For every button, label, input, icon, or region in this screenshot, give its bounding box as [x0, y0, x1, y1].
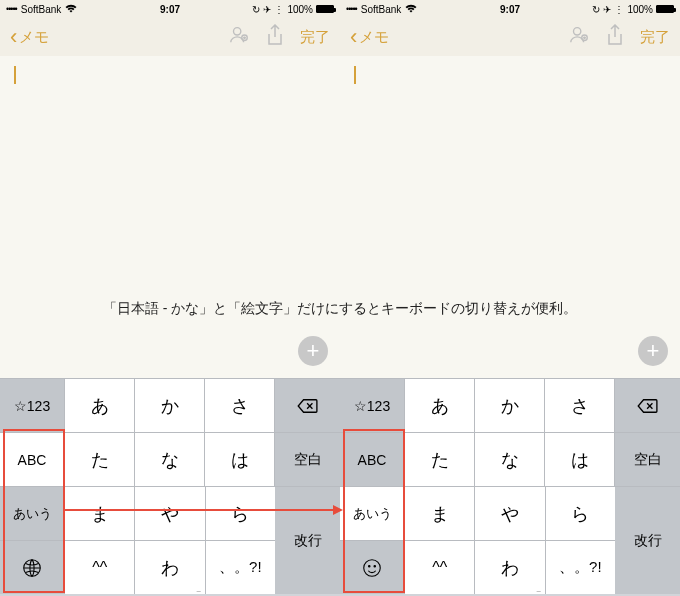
highlight-right: [343, 429, 405, 593]
key-backspace[interactable]: [615, 379, 680, 432]
battery-pct: 100%: [287, 4, 313, 15]
signal-dots: •••••: [346, 4, 357, 14]
key-na[interactable]: な: [135, 433, 205, 486]
chevron-left-icon: ‹: [10, 26, 17, 48]
share-icon[interactable]: [606, 24, 624, 50]
refresh-icon: ↻: [592, 4, 600, 15]
key-ra[interactable]: ら: [546, 487, 615, 540]
svg-marker-9: [333, 505, 343, 515]
key-emo[interactable]: ^^: [405, 541, 475, 594]
done-button[interactable]: 完了: [640, 28, 670, 47]
chevron-left-icon: ‹: [350, 26, 357, 48]
key-punct[interactable]: 、。?!: [546, 541, 615, 594]
svg-point-3: [574, 28, 581, 35]
text-cursor: [354, 66, 356, 84]
key-sa[interactable]: さ: [205, 379, 275, 432]
key-return[interactable]: 改行: [615, 486, 680, 594]
nav-bar: ‹ メモ 完了: [0, 18, 340, 56]
share-icon[interactable]: [266, 24, 284, 50]
add-button[interactable]: +: [638, 336, 668, 366]
back-label: メモ: [359, 28, 389, 47]
nav-bar: ‹ メモ 完了: [340, 18, 680, 56]
key-a[interactable]: あ: [405, 379, 475, 432]
arrow-icon: [65, 505, 343, 515]
highlight-left: [3, 429, 65, 593]
key-num[interactable]: ☆123: [340, 379, 405, 432]
bluetooth-icon: ⋮: [614, 4, 624, 15]
key-backspace[interactable]: [275, 379, 340, 432]
person-add-icon[interactable]: [568, 24, 590, 50]
signal-dots: •••••: [6, 4, 17, 14]
key-ha[interactable]: は: [205, 433, 275, 486]
key-space[interactable]: 空白: [615, 433, 680, 486]
status-bar: ••••• SoftBank 9:07 ↻ ✈ ⋮ 100%: [340, 0, 680, 18]
carrier: SoftBank: [21, 4, 62, 15]
bluetooth-icon: ⋮: [274, 4, 284, 15]
location-icon: ✈: [603, 4, 611, 15]
carrier: SoftBank: [361, 4, 402, 15]
clock: 9:07: [160, 4, 180, 15]
location-icon: ✈: [263, 4, 271, 15]
back-button[interactable]: ‹ メモ: [10, 26, 49, 48]
clock: 9:07: [500, 4, 520, 15]
person-add-icon[interactable]: [228, 24, 250, 50]
text-cursor: [14, 66, 16, 84]
battery-pct: 100%: [627, 4, 653, 15]
back-button[interactable]: ‹ メモ: [350, 26, 389, 48]
key-sa[interactable]: さ: [545, 379, 615, 432]
key-ya[interactable]: や: [475, 487, 545, 540]
key-a[interactable]: あ: [65, 379, 135, 432]
key-return[interactable]: 改行: [275, 486, 340, 594]
key-num[interactable]: ☆123: [0, 379, 65, 432]
key-wa[interactable]: わ_: [135, 541, 205, 594]
battery-icon: [656, 5, 674, 13]
key-emo[interactable]: ^^: [65, 541, 135, 594]
note-editor[interactable]: +: [340, 56, 680, 378]
note-editor[interactable]: +: [0, 56, 340, 378]
key-wa[interactable]: わ_: [475, 541, 545, 594]
done-button[interactable]: 完了: [300, 28, 330, 47]
caption-text: 「日本語 - かな」と「絵文字」だけにするとキーボードの切り替えが便利。: [0, 300, 680, 318]
key-space[interactable]: 空白: [275, 433, 340, 486]
refresh-icon: ↻: [252, 4, 260, 15]
key-ka[interactable]: か: [135, 379, 205, 432]
battery-icon: [316, 5, 334, 13]
wifi-icon: [65, 4, 77, 15]
key-ta[interactable]: た: [405, 433, 475, 486]
key-ha[interactable]: は: [545, 433, 615, 486]
wifi-icon: [405, 4, 417, 15]
add-button[interactable]: +: [298, 336, 328, 366]
key-ta[interactable]: た: [65, 433, 135, 486]
key-ma[interactable]: ま: [405, 487, 475, 540]
key-punct[interactable]: 、。?!: [206, 541, 275, 594]
back-label: メモ: [19, 28, 49, 47]
status-bar: ••••• SoftBank 9:07 ↻ ✈ ⋮ 100%: [0, 0, 340, 18]
svg-point-0: [234, 28, 241, 35]
key-ka[interactable]: か: [475, 379, 545, 432]
key-na[interactable]: な: [475, 433, 545, 486]
